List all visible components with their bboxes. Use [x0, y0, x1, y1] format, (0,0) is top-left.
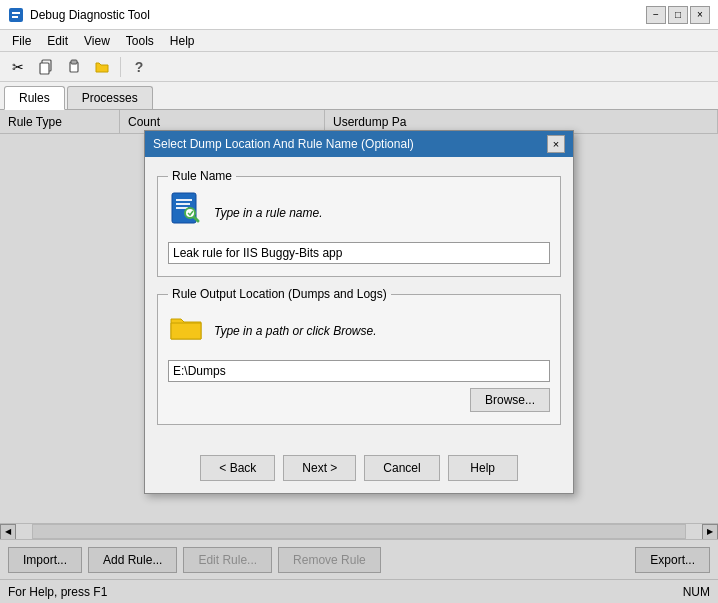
menu-bar: File Edit View Tools Help	[0, 30, 718, 52]
rule-name-input[interactable]	[168, 242, 550, 264]
paste-button[interactable]	[62, 55, 86, 79]
cancel-button[interactable]: Cancel	[364, 455, 439, 481]
browse-row: Browse...	[168, 388, 550, 412]
copy-button[interactable]	[34, 55, 58, 79]
maximize-button[interactable]: □	[668, 6, 688, 24]
svg-rect-0	[9, 8, 23, 22]
output-content: Type in a path or click Browse.	[168, 309, 550, 352]
close-button[interactable]: ×	[690, 6, 710, 24]
svg-point-12	[185, 208, 195, 218]
dialog-footer: < Back Next > Cancel Help	[145, 447, 573, 493]
app-body: Rules Processes Rule Type Count Userdump…	[0, 82, 718, 603]
next-button[interactable]: Next >	[283, 455, 356, 481]
window-title: Debug Diagnostic Tool	[30, 8, 150, 22]
output-path-input[interactable]	[168, 360, 550, 382]
cut-button[interactable]: ✂	[6, 55, 30, 79]
dialog-titlebar: Select Dump Location And Rule Name (Opti…	[145, 131, 573, 157]
toolbar-separator	[120, 57, 121, 77]
svg-rect-2	[12, 16, 18, 18]
menu-edit[interactable]: Edit	[39, 32, 76, 50]
rule-name-fieldset: Rule Name	[157, 169, 561, 277]
dialog-title: Select Dump Location And Rule Name (Opti…	[153, 137, 414, 151]
tab-processes[interactable]: Processes	[67, 86, 153, 109]
output-location-fieldset: Rule Output Location (Dumps and Logs) Ty…	[157, 287, 561, 425]
rule-name-hint: Type in a rule name.	[214, 206, 323, 220]
folder-icon	[168, 309, 204, 352]
back-button[interactable]: < Back	[200, 455, 275, 481]
rule-name-legend: Rule Name	[168, 169, 236, 183]
dialog-body: Rule Name	[145, 157, 573, 447]
window-controls: − □ ×	[646, 6, 710, 24]
svg-rect-10	[176, 203, 190, 205]
rule-name-icon	[168, 191, 204, 234]
toolbar: ✂ ?	[0, 52, 718, 82]
svg-rect-1	[12, 12, 20, 14]
rule-name-content: Type in a rule name.	[168, 191, 550, 234]
browse-button[interactable]: Browse...	[470, 388, 550, 412]
help-toolbar-button[interactable]: ?	[127, 55, 151, 79]
svg-rect-9	[176, 199, 192, 201]
output-location-legend: Rule Output Location (Dumps and Logs)	[168, 287, 391, 301]
menu-view[interactable]: View	[76, 32, 118, 50]
open-button[interactable]	[90, 55, 114, 79]
menu-help[interactable]: Help	[162, 32, 203, 50]
modal-overlay: Select Dump Location And Rule Name (Opti…	[0, 110, 718, 603]
menu-file[interactable]: File	[4, 32, 39, 50]
output-hint: Type in a path or click Browse.	[214, 324, 377, 338]
title-bar: Debug Diagnostic Tool − □ ×	[0, 0, 718, 30]
tabs-bar: Rules Processes	[0, 82, 718, 110]
svg-rect-4	[40, 63, 49, 74]
help-dialog-button[interactable]: Help	[448, 455, 518, 481]
svg-rect-6	[71, 60, 77, 64]
tab-rules[interactable]: Rules	[4, 86, 65, 110]
content-area: Rule Type Count Userdump Pa Select Dump …	[0, 110, 718, 603]
dialog-close-button[interactable]: ×	[547, 135, 565, 153]
minimize-button[interactable]: −	[646, 6, 666, 24]
menu-tools[interactable]: Tools	[118, 32, 162, 50]
app-icon	[8, 7, 24, 23]
dialog: Select Dump Location And Rule Name (Opti…	[144, 130, 574, 494]
